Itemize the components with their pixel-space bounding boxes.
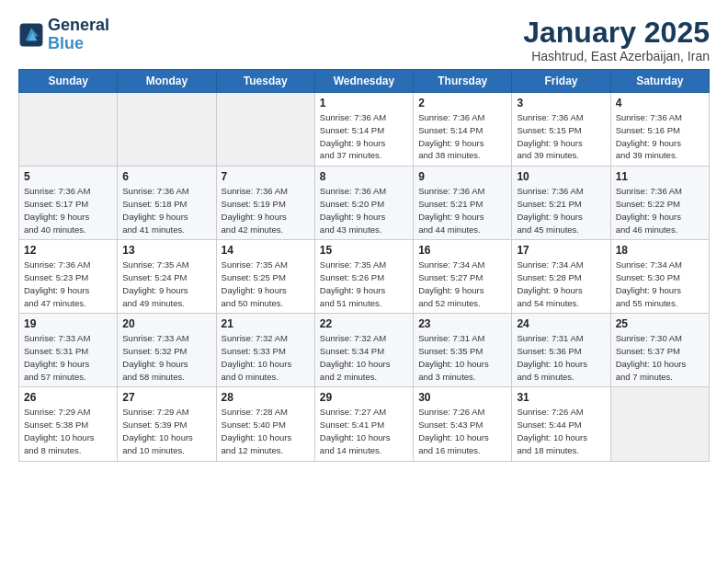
day-cell: 16Sunrise: 7:34 AM Sunset: 5:27 PM Dayli… [414,240,512,314]
header: General Blue January 2025 Hashtrud, East… [18,17,710,63]
day-info: Sunrise: 7:33 AM Sunset: 5:32 PM Dayligh… [122,332,210,383]
day-number: 13 [122,244,210,257]
day-cell: 20Sunrise: 7:33 AM Sunset: 5:32 PM Dayli… [118,314,216,387]
day-cell: 31Sunrise: 7:26 AM Sunset: 5:44 PM Dayli… [512,387,610,461]
day-info: Sunrise: 7:32 AM Sunset: 5:33 PM Dayligh… [222,332,310,383]
day-info: Sunrise: 7:32 AM Sunset: 5:34 PM Dayligh… [320,332,408,383]
day-info: Sunrise: 7:34 AM Sunset: 5:27 PM Dayligh… [418,259,506,309]
day-info: Sunrise: 7:36 AM Sunset: 5:17 PM Dayligh… [24,185,112,236]
calendar-table: SundayMondayTuesdayWednesdayThursdayFrid… [18,69,710,461]
day-cell: 18Sunrise: 7:34 AM Sunset: 5:30 PM Dayli… [610,240,709,314]
day-info: Sunrise: 7:31 AM Sunset: 5:36 PM Dayligh… [517,332,605,383]
day-number: 24 [517,317,605,330]
day-cell: 23Sunrise: 7:31 AM Sunset: 5:35 PM Dayli… [414,314,512,387]
week-row-2: 5Sunrise: 7:36 AM Sunset: 5:17 PM Daylig… [19,167,710,240]
day-info: Sunrise: 7:29 AM Sunset: 5:38 PM Dayligh… [24,406,112,456]
day-info: Sunrise: 7:35 AM Sunset: 5:26 PM Dayligh… [320,259,408,309]
header-cell-friday: Friday [512,70,610,93]
day-cell: 8Sunrise: 7:36 AM Sunset: 5:20 PM Daylig… [314,167,413,240]
header-cell-wednesday: Wednesday [314,70,413,93]
logo-icon [18,22,44,48]
week-row-3: 12Sunrise: 7:36 AM Sunset: 5:23 PM Dayli… [19,240,710,314]
day-info: Sunrise: 7:26 AM Sunset: 5:44 PM Dayligh… [517,406,605,456]
day-number: 20 [122,317,210,330]
day-info: Sunrise: 7:36 AM Sunset: 5:18 PM Dayligh… [122,185,210,236]
day-number: 17 [517,244,605,257]
day-info: Sunrise: 7:28 AM Sunset: 5:40 PM Dayligh… [222,406,310,456]
day-number: 7 [222,170,310,183]
day-number: 11 [616,170,704,183]
day-cell [610,387,709,461]
day-cell: 29Sunrise: 7:27 AM Sunset: 5:41 PM Dayli… [314,387,413,461]
header-cell-sunday: Sunday [19,70,118,93]
day-number: 3 [517,97,605,109]
day-cell: 19Sunrise: 7:33 AM Sunset: 5:31 PM Dayli… [19,314,118,387]
day-info: Sunrise: 7:36 AM Sunset: 5:21 PM Dayligh… [517,185,605,236]
day-number: 19 [24,317,112,330]
day-number: 23 [418,317,506,330]
day-info: Sunrise: 7:35 AM Sunset: 5:25 PM Dayligh… [222,259,310,309]
day-info: Sunrise: 7:36 AM Sunset: 5:19 PM Dayligh… [222,185,310,236]
day-cell: 10Sunrise: 7:36 AM Sunset: 5:21 PM Dayli… [512,167,610,240]
day-info: Sunrise: 7:36 AM Sunset: 5:22 PM Dayligh… [616,185,704,236]
day-cell [216,93,314,167]
day-cell: 12Sunrise: 7:36 AM Sunset: 5:23 PM Dayli… [19,240,118,314]
day-cell: 6Sunrise: 7:36 AM Sunset: 5:18 PM Daylig… [118,167,216,240]
day-number: 30 [418,391,506,404]
day-cell: 1Sunrise: 7:36 AM Sunset: 5:14 PM Daylig… [314,93,413,167]
week-row-1: 1Sunrise: 7:36 AM Sunset: 5:14 PM Daylig… [19,93,710,167]
day-number: 26 [24,391,112,404]
day-cell: 27Sunrise: 7:29 AM Sunset: 5:39 PM Dayli… [118,387,216,461]
logo-line2: Blue [48,34,84,52]
header-cell-monday: Monday [118,70,216,93]
day-number: 8 [320,170,408,183]
header-row: SundayMondayTuesdayWednesdayThursdayFrid… [19,70,710,93]
day-cell: 3Sunrise: 7:36 AM Sunset: 5:15 PM Daylig… [512,93,610,167]
day-info: Sunrise: 7:36 AM Sunset: 5:20 PM Dayligh… [320,185,408,236]
logo-line1: General [48,17,109,35]
day-number: 22 [320,317,408,330]
logo-text: General Blue [48,17,109,53]
day-info: Sunrise: 7:30 AM Sunset: 5:37 PM Dayligh… [616,332,704,383]
day-number: 9 [418,170,506,183]
day-cell: 7Sunrise: 7:36 AM Sunset: 5:19 PM Daylig… [216,167,314,240]
calendar-header: SundayMondayTuesdayWednesdayThursdayFrid… [19,70,710,93]
day-cell: 25Sunrise: 7:30 AM Sunset: 5:37 PM Dayli… [610,314,709,387]
day-cell: 28Sunrise: 7:28 AM Sunset: 5:40 PM Dayli… [216,387,314,461]
day-cell: 14Sunrise: 7:35 AM Sunset: 5:25 PM Dayli… [216,240,314,314]
title-block: January 2025 Hashtrud, East Azerbaijan, … [523,17,710,63]
day-cell: 24Sunrise: 7:31 AM Sunset: 5:36 PM Dayli… [512,314,610,387]
day-cell: 30Sunrise: 7:26 AM Sunset: 5:43 PM Dayli… [414,387,512,461]
day-cell: 13Sunrise: 7:35 AM Sunset: 5:24 PM Dayli… [118,240,216,314]
day-info: Sunrise: 7:36 AM Sunset: 5:14 PM Dayligh… [320,111,408,162]
day-number: 29 [320,391,408,404]
calendar-subtitle: Hashtrud, East Azerbaijan, Iran [523,49,710,63]
day-info: Sunrise: 7:36 AM Sunset: 5:15 PM Dayligh… [517,111,605,162]
day-cell: 11Sunrise: 7:36 AM Sunset: 5:22 PM Dayli… [610,167,709,240]
day-info: Sunrise: 7:29 AM Sunset: 5:39 PM Dayligh… [122,406,210,456]
week-row-4: 19Sunrise: 7:33 AM Sunset: 5:31 PM Dayli… [19,314,710,387]
header-cell-tuesday: Tuesday [216,70,314,93]
day-info: Sunrise: 7:26 AM Sunset: 5:43 PM Dayligh… [418,406,506,456]
calendar-body: 1Sunrise: 7:36 AM Sunset: 5:14 PM Daylig… [19,93,710,461]
logo: General Blue [18,17,109,53]
day-number: 12 [24,244,112,257]
day-number: 6 [122,170,210,183]
day-info: Sunrise: 7:36 AM Sunset: 5:21 PM Dayligh… [418,185,506,236]
day-info: Sunrise: 7:31 AM Sunset: 5:35 PM Dayligh… [418,332,506,383]
day-number: 16 [418,244,506,257]
day-number: 5 [24,170,112,183]
day-info: Sunrise: 7:34 AM Sunset: 5:28 PM Dayligh… [517,259,605,309]
header-cell-thursday: Thursday [414,70,512,93]
day-number: 14 [222,244,310,257]
day-info: Sunrise: 7:27 AM Sunset: 5:41 PM Dayligh… [320,406,408,456]
day-cell: 15Sunrise: 7:35 AM Sunset: 5:26 PM Dayli… [314,240,413,314]
day-info: Sunrise: 7:36 AM Sunset: 5:14 PM Dayligh… [418,111,506,162]
day-cell: 4Sunrise: 7:36 AM Sunset: 5:16 PM Daylig… [610,93,709,167]
day-cell: 17Sunrise: 7:34 AM Sunset: 5:28 PM Dayli… [512,240,610,314]
day-info: Sunrise: 7:36 AM Sunset: 5:23 PM Dayligh… [24,259,112,309]
day-cell: 21Sunrise: 7:32 AM Sunset: 5:33 PM Dayli… [216,314,314,387]
day-number: 4 [616,97,704,109]
day-number: 25 [616,317,704,330]
page: General Blue January 2025 Hashtrud, East… [0,0,728,478]
